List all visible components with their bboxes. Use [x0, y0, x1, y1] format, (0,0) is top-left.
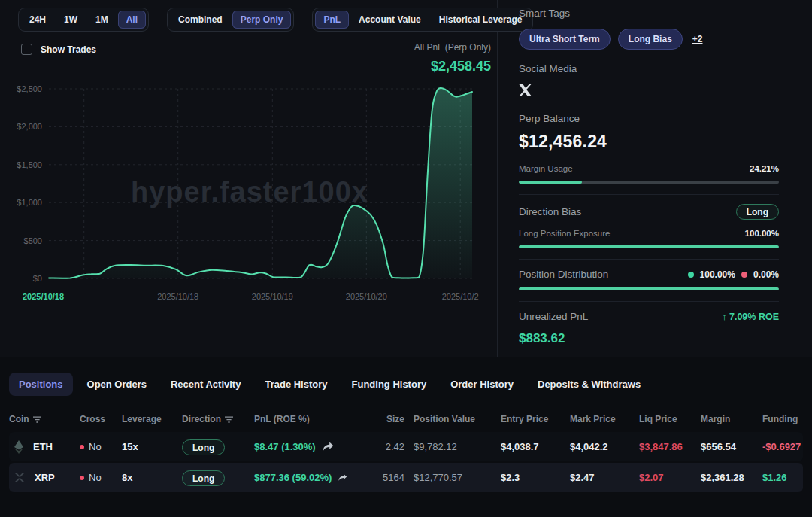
column-header-entry-price: Entry Price: [501, 414, 570, 424]
smart-tags-more-link[interactable]: +2: [692, 34, 703, 44]
smart-tag-pill-long-bias[interactable]: Long Bias: [618, 29, 683, 50]
leverage-value: 8x: [122, 472, 182, 483]
column-header-size: Size: [347, 414, 414, 424]
column-header-liq-price: Liq Price: [639, 414, 701, 424]
column-header-direction[interactable]: Direction: [182, 414, 254, 424]
position-distribution-label: Position Distribution: [519, 269, 608, 280]
sidebar-divider: [519, 194, 779, 195]
share-pnl-icon[interactable]: [323, 442, 334, 452]
entry-price: $4,038.7: [501, 441, 570, 452]
short-dot-icon: [741, 272, 747, 278]
tab-recent-activity[interactable]: Recent Activity: [161, 373, 250, 396]
column-header-label: Size: [386, 414, 404, 424]
tab-funding-history[interactable]: Funding History: [342, 373, 437, 396]
pnl-summary: All PnL (Perp Only) $2,458.45: [414, 42, 491, 75]
positions-table-body: ETHNo15xLong$8.47 (1.30%)2.42$9,782.12$4…: [9, 432, 803, 492]
filter-icon: [225, 416, 233, 423]
share-pnl-icon[interactable]: [338, 473, 347, 482]
portfolio-dashboard: 24H1W1MAll CombinedPerp Only PnLAccount …: [0, 0, 812, 517]
perp-balance-title: Perp Balance: [519, 113, 779, 124]
coin-symbol: ETH: [33, 441, 53, 452]
show-trades-checkbox[interactable]: [21, 44, 32, 55]
position-distribution-bar-fill: [519, 287, 779, 290]
filter-button-perp-only[interactable]: Perp Only: [232, 11, 292, 29]
direction-bias-label: Direction Bias: [519, 206, 581, 217]
column-header-mark-price: Mark Price: [570, 414, 639, 424]
liq-price: $3,847.86: [639, 441, 701, 452]
smart-tags-title: Smart Tags: [519, 8, 779, 19]
smart-tag-pill-ultra-short-term[interactable]: Ultra Short Term: [519, 29, 611, 50]
pnl-area-chart[interactable]: $0$500$1,000$1,500$2,000$2,500hyper.fast…: [0, 75, 496, 316]
watermark: hyper.faster100x: [131, 176, 368, 208]
tab-positions[interactable]: Positions: [9, 373, 73, 396]
sidebar-divider: [519, 259, 779, 260]
filter-button-1w[interactable]: 1W: [56, 11, 86, 29]
unrealized-pnl-label: Unrealized PnL: [519, 311, 588, 322]
margin-value: $656.54: [701, 441, 762, 452]
unrealized-pnl-value: $883.62: [519, 331, 779, 346]
show-trades-label: Show Trades: [41, 44, 96, 55]
account-mode-filter-group: CombinedPerp Only: [167, 8, 294, 32]
y-axis-label: $2,000: [17, 122, 42, 131]
sidebar-divider: [519, 301, 779, 302]
total-pnl-value: $2,458.45: [414, 59, 491, 75]
margin-usage-value: 24.21%: [750, 164, 779, 173]
top-section: 24H1W1MAll CombinedPerp Only PnLAccount …: [0, 0, 812, 357]
x-twitter-icon[interactable]: [519, 84, 532, 99]
filter-button-1m[interactable]: 1M: [87, 11, 117, 29]
filter-button-24h[interactable]: 24H: [21, 11, 54, 29]
coin-cell[interactable]: XRP: [9, 472, 80, 483]
position-distribution-legend: 100.00% 0.00%: [688, 269, 779, 280]
column-header-label: Margin: [701, 414, 730, 424]
red-dot-icon: [80, 476, 84, 480]
position-row-eth: ETHNo15xLong$8.47 (1.30%)2.42$9,782.12$4…: [9, 432, 803, 461]
y-axis-label: $1,000: [17, 198, 42, 207]
cross-cell: No: [80, 472, 122, 483]
social-links: [519, 84, 779, 99]
funding-value: $1.26: [762, 472, 803, 483]
tab-order-history[interactable]: Order History: [441, 373, 523, 396]
margin-usage-label: Margin Usage: [519, 164, 573, 173]
column-header-pnl-roe: PnL (ROE %): [254, 414, 347, 424]
direction-cell: Long: [182, 472, 254, 483]
y-axis-label: $0: [33, 274, 42, 283]
filter-button-combined[interactable]: Combined: [170, 11, 231, 29]
positions-table: CoinCrossLeverageDirectionPnL (ROE %)Siz…: [9, 406, 803, 492]
show-trades-toggle[interactable]: Show Trades: [21, 44, 96, 55]
direction-bias-badge: Long: [736, 204, 779, 220]
liq-price: $2.07: [639, 472, 701, 483]
chart-subheader: Show Trades All PnL (Perp Only) $2,458.4…: [0, 32, 497, 74]
cross-value: No: [89, 472, 102, 483]
tab-open-orders[interactable]: Open Orders: [77, 373, 156, 396]
coin-symbol: XRP: [35, 472, 55, 483]
tab-deposits-withdraws[interactable]: Deposits & Withdraws: [528, 373, 650, 396]
x-axis-label: 2025/10/2: [442, 292, 479, 301]
pnl-cell: $8.47 (1.30%): [254, 441, 347, 452]
direction-badge: Long: [182, 470, 225, 486]
column-header-funding: Funding: [762, 414, 803, 424]
xrp-coin-icon: [14, 472, 26, 483]
up-arrow-icon: ↑: [722, 312, 726, 322]
eth-coin-icon: [14, 440, 24, 454]
y-axis-label: $1,500: [17, 160, 42, 169]
filter-button-pnl[interactable]: PnL: [315, 11, 349, 29]
y-axis-label: $2,500: [17, 84, 42, 93]
column-header-label: Cross: [80, 414, 105, 424]
coin-cell[interactable]: ETH: [9, 440, 80, 454]
column-header-position-value: Position Value: [414, 414, 501, 424]
margin-value: $2,361.28: [701, 472, 762, 483]
filter-button-all[interactable]: All: [118, 11, 146, 29]
column-header-label: Mark Price: [570, 414, 616, 424]
time-range-filter-group: 24H1W1MAll: [18, 8, 149, 32]
long-exposure-bar-fill: [519, 245, 779, 248]
column-header-coin[interactable]: Coin: [9, 414, 80, 424]
long-exposure-bar: [519, 245, 779, 248]
filter-button-account-value[interactable]: Account Value: [350, 11, 429, 29]
x-axis-label: 2025/10/19: [252, 292, 293, 301]
size-value: 5164: [347, 472, 414, 483]
positions-tabs: PositionsOpen OrdersRecent ActivityTrade…: [9, 373, 803, 396]
tab-trade-history[interactable]: Trade History: [255, 373, 337, 396]
column-header-cross: Cross: [80, 414, 122, 424]
column-header-label: Liq Price: [639, 414, 677, 424]
smart-tags-list: Ultra Short TermLong Bias+2: [519, 29, 779, 50]
